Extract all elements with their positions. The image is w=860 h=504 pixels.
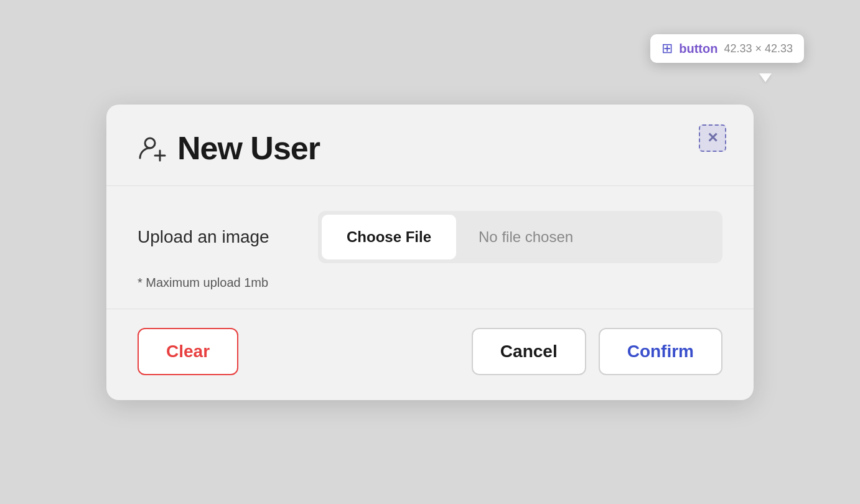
- inspector-type: button: [679, 42, 717, 56]
- inspector-dims: 42.33 × 42.33: [724, 42, 793, 55]
- upload-note: * Maximum upload 1mb: [138, 276, 722, 290]
- dialog-body: Upload an image Choose File No file chos…: [106, 186, 754, 309]
- file-input-wrapper: Choose File No file chosen: [318, 211, 722, 263]
- tooltip-arrow: [759, 73, 772, 82]
- confirm-button[interactable]: Confirm: [599, 328, 722, 375]
- no-file-text: No file chosen: [460, 215, 722, 259]
- title-group: New User: [138, 129, 320, 167]
- new-user-dialog: ✕ New User Upload an image Choose File N…: [106, 105, 754, 400]
- close-button[interactable]: ✕: [699, 124, 726, 152]
- user-add-icon: [138, 133, 167, 163]
- cancel-button[interactable]: Cancel: [472, 328, 586, 375]
- inspector-tooltip: ⊞ button 42.33 × 42.33: [650, 34, 804, 63]
- upload-label: Upload an image: [138, 227, 299, 247]
- choose-file-button[interactable]: Choose File: [322, 215, 456, 259]
- dialog-header: New User: [106, 105, 754, 186]
- dialog-footer: Clear Cancel Confirm: [106, 309, 754, 400]
- svg-point-0: [145, 138, 155, 148]
- grid-icon: ⊞: [661, 40, 673, 57]
- clear-button[interactable]: Clear: [138, 328, 238, 375]
- upload-row: Upload an image Choose File No file chos…: [138, 211, 722, 263]
- dialog-title: New User: [177, 129, 320, 167]
- close-x-icon: ✕: [707, 131, 718, 145]
